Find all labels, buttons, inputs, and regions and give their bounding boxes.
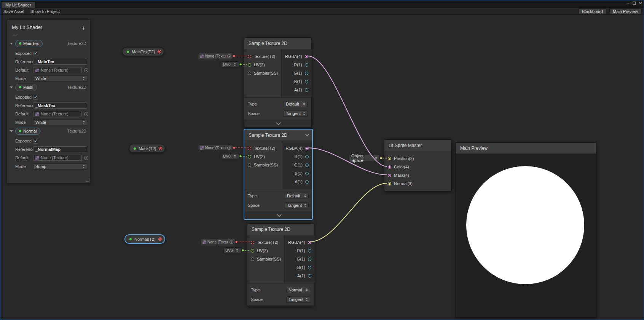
close-icon[interactable]: ✕: [639, 1, 642, 5]
mode-dropdown[interactable]: White: [33, 119, 87, 125]
object-picker-icon[interactable]: [84, 68, 88, 72]
object-picker-icon[interactable]: [227, 54, 231, 58]
output-port-b[interactable]: [308, 266, 311, 269]
output-port-rgba[interactable]: [305, 147, 309, 150]
output-port-texture2d[interactable]: [158, 237, 162, 241]
texture-default-dongle[interactable]: None (Texture): [198, 53, 233, 59]
reference-field[interactable]: _MaskTex: [33, 102, 87, 109]
position-space-dropdown[interactable]: Object Space: [349, 155, 379, 161]
input-port-sampler[interactable]: [248, 72, 251, 75]
node-title-bar[interactable]: Sample Texture 2D: [247, 224, 314, 235]
object-picker-icon[interactable]: [227, 146, 231, 150]
input-port-uv[interactable]: [248, 63, 251, 67]
node-title-bar[interactable]: Sample Texture 2D: [244, 38, 311, 49]
input-port-sampler[interactable]: [248, 163, 251, 167]
space-dropdown[interactable]: Tangent: [284, 110, 308, 117]
input-port-color[interactable]: [388, 165, 391, 169]
foldout-icon[interactable]: [10, 86, 13, 88]
foldout-icon[interactable]: [10, 43, 13, 45]
texture-object-field[interactable]: None (Texture): [33, 111, 82, 117]
output-port-rgba[interactable]: [308, 241, 311, 244]
object-picker-icon[interactable]: [84, 112, 88, 116]
blackboard-panel[interactable]: My Lit Shader + MainTex Texture2D Expose…: [7, 19, 91, 183]
output-port-b[interactable]: [305, 80, 308, 83]
property-pill-normal[interactable]: Normal: [15, 128, 40, 135]
property-row-maintex[interactable]: MainTex Texture2D: [7, 40, 91, 47]
input-port-uv[interactable]: [248, 155, 251, 158]
add-property-button[interactable]: +: [80, 24, 87, 32]
input-port-texture[interactable]: [251, 241, 254, 244]
foldout-icon[interactable]: [10, 130, 13, 132]
save-asset-button[interactable]: Save Asset: [0, 9, 27, 14]
show-in-project-button[interactable]: Show In Project: [27, 9, 63, 14]
maximize-icon[interactable]: ❏: [633, 1, 636, 5]
output-port-g[interactable]: [305, 163, 309, 167]
uv-channel-dongle[interactable]: UV0: [223, 247, 241, 253]
mode-dropdown[interactable]: White: [33, 75, 87, 82]
chevron-down-icon[interactable]: [305, 133, 309, 136]
main-preview-toggle-button[interactable]: Main Preview: [609, 8, 641, 14]
output-port-r[interactable]: [305, 63, 308, 67]
property-row-mask[interactable]: Mask Texture2D: [7, 83, 91, 91]
minimize-icon[interactable]: ─: [627, 1, 630, 5]
output-port-texture2d[interactable]: [159, 147, 162, 150]
sample-texture-2d-node-1[interactable]: Sample Texture 2D Texture(T2) UV(2) Samp…: [244, 37, 311, 128]
output-port-g[interactable]: [305, 72, 308, 75]
space-dropdown[interactable]: Tangent: [285, 202, 309, 208]
sample-texture-2d-node-2[interactable]: Sample Texture 2D Texture(T2) UV(2) Samp…: [244, 129, 312, 219]
type-dropdown[interactable]: Normal: [286, 287, 310, 293]
main-preview-panel[interactable]: Main Preview: [456, 142, 596, 317]
type-dropdown[interactable]: Default: [284, 101, 308, 107]
texture-default-dongle[interactable]: None (Texture): [198, 145, 233, 151]
property-pill-mask[interactable]: Mask: [15, 84, 37, 91]
exposed-checkbox[interactable]: [33, 51, 38, 56]
texture-object-field[interactable]: None (Texture): [33, 155, 82, 161]
input-port-sampler[interactable]: [251, 258, 254, 261]
object-picker-icon[interactable]: [230, 240, 233, 244]
input-port-uv[interactable]: [251, 249, 254, 253]
uv-channel-dongle[interactable]: UV0: [221, 61, 239, 67]
output-port-r[interactable]: [308, 249, 311, 253]
reference-field[interactable]: _MainTex: [33, 59, 87, 65]
sample-texture-2d-node-3[interactable]: Sample Texture 2D Texture(T2) UV(2) Samp…: [247, 223, 314, 306]
collapse-preview-button[interactable]: [244, 120, 311, 127]
collapse-preview-button[interactable]: [244, 211, 312, 219]
resize-grip[interactable]: [86, 178, 89, 182]
input-port-mask[interactable]: [388, 174, 391, 177]
output-port-rgba[interactable]: [305, 55, 308, 58]
exposed-checkbox[interactable]: [33, 139, 38, 144]
uv-channel-dongle[interactable]: UV0: [221, 153, 239, 159]
document-tab[interactable]: My Lit Shader: [1, 2, 35, 8]
exposed-checkbox[interactable]: [33, 95, 38, 100]
input-port-normal[interactable]: [388, 182, 391, 186]
reference-field[interactable]: _NormalMap: [33, 146, 87, 152]
input-port-texture[interactable]: [248, 55, 251, 58]
texture-default-dongle[interactable]: None (Texture): [200, 239, 235, 245]
mode-dropdown[interactable]: Bump: [33, 163, 87, 170]
output-port-a[interactable]: [305, 180, 309, 184]
preview-title-bar[interactable]: Main Preview: [456, 143, 596, 154]
output-port-texture2d[interactable]: [158, 50, 161, 53]
blackboard-toggle-button[interactable]: Blackboard: [579, 8, 606, 14]
node-title-bar[interactable]: Lit Sprite Master: [384, 140, 451, 151]
property-row-normal[interactable]: Normal Texture2D: [7, 127, 91, 135]
lit-sprite-master-node[interactable]: Lit Sprite Master Position(3) Color(4) M…: [384, 139, 451, 191]
output-port-b[interactable]: [305, 172, 309, 175]
output-port-a[interactable]: [305, 88, 308, 92]
output-port-a[interactable]: [308, 274, 311, 278]
port-label: G(1): [297, 257, 305, 261]
graph-canvas[interactable]: My Lit Shader + MainTex Texture2D Expose…: [0, 15, 644, 320]
property-node-mask[interactable]: Mask(T2): [129, 144, 165, 153]
space-dropdown[interactable]: Tangent: [286, 296, 310, 302]
input-port-texture[interactable]: [248, 147, 251, 150]
property-pill-maintex[interactable]: MainTex: [15, 40, 43, 47]
output-port-g[interactable]: [308, 258, 311, 261]
input-port-position[interactable]: [388, 157, 391, 160]
property-node-normal[interactable]: Normal(T2): [125, 235, 165, 243]
property-node-maintex[interactable]: MainTex(T2): [122, 47, 164, 56]
output-port-r[interactable]: [305, 155, 309, 158]
texture-object-field[interactable]: None (Texture): [33, 67, 82, 73]
node-title-bar[interactable]: Sample Texture 2D: [244, 130, 312, 141]
object-picker-icon[interactable]: [84, 156, 88, 160]
type-dropdown[interactable]: Default: [285, 193, 309, 199]
